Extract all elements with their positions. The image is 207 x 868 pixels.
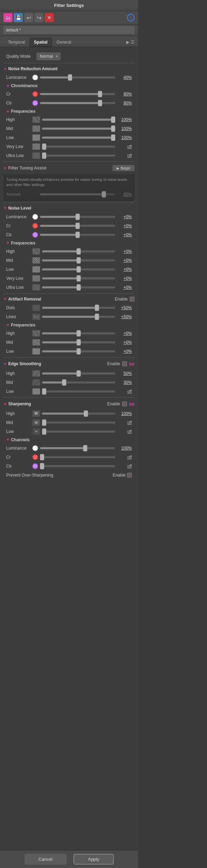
nr-luminance-row: Luminance 40% [0, 73, 138, 82]
begin-button[interactable]: ▶ Begin [112, 165, 135, 171]
art-freq-low-value[interactable]: +0% [117, 349, 132, 354]
close-button[interactable]: ✕ [45, 13, 54, 22]
edge-mid-slider[interactable] [42, 379, 115, 386]
nl-freq-high-value[interactable]: +0% [117, 249, 132, 254]
edge-low-value[interactable]: off [117, 389, 132, 394]
nr-cb-slider[interactable] [40, 100, 115, 106]
edge-low-slider[interactable] [42, 388, 115, 395]
nl-luminance-value[interactable]: +0% [117, 214, 132, 219]
artifact-freq-header[interactable]: ▼ Frequencies [0, 321, 138, 329]
nl-cr-value[interactable]: +0% [117, 223, 132, 228]
edge-enable-checkbox[interactable] [122, 361, 127, 366]
nl-freq-low-value[interactable]: +0% [117, 267, 132, 272]
nl-freq-low-slider[interactable] [42, 266, 115, 273]
nl-freq-ultralow-value[interactable]: +0% [117, 285, 132, 290]
art-freq-mid-value[interactable]: +0% [117, 340, 132, 345]
apply-button[interactable]: Apply [73, 854, 114, 865]
nr-cb-value[interactable]: 80% [117, 101, 132, 105]
tabs-menu[interactable]: ▶ ☰ [126, 40, 135, 45]
nr-freq-low-row: Low 100% [0, 133, 138, 142]
tab-temporal[interactable]: Temporal [3, 38, 29, 47]
sharpening-header[interactable]: ▼ Sharpening Enable ⋈ [0, 399, 138, 409]
edge-enable-area: Enable ⋈ [107, 361, 135, 367]
artifact-arrow-icon: ▼ [3, 297, 7, 301]
channels-cb-slider[interactable] [40, 463, 115, 469]
nl-freq-mid-value[interactable]: +0% [117, 258, 132, 263]
nr-freq-ultralow-value[interactable]: off [117, 153, 132, 158]
channels-luminance-value[interactable]: 100% [117, 446, 132, 451]
channels-cb-value[interactable]: off [117, 464, 132, 469]
save-button[interactable]: 💾 [14, 13, 23, 22]
artifact-dots-value[interactable]: +50% [117, 305, 132, 310]
sharpening-pink-icon: ⋈ [129, 401, 135, 407]
artifact-dots-slider[interactable] [42, 305, 115, 311]
nl-cb-value[interactable]: +0% [117, 232, 132, 237]
artifact-enable-checkbox[interactable] [130, 297, 135, 302]
nl-freq-header[interactable]: ▼ Frequencies [0, 239, 138, 247]
quality-mode-select[interactable]: Normal [37, 53, 60, 60]
filter-tuning-header[interactable]: ▼ Filter Tuning Assist ▶ Begin [0, 163, 138, 173]
nr-freq-ultralow-slider[interactable] [42, 153, 115, 159]
edge-smoothing-header[interactable]: ▼ Edge Smoothing Enable ⋈ [0, 359, 138, 369]
art-freq-high-value[interactable]: +0% [117, 331, 132, 336]
nr-luminance-slider[interactable] [40, 74, 115, 81]
artifact-lines-value[interactable]: +50% [117, 314, 132, 319]
nr-freq-low-slider[interactable] [42, 135, 115, 141]
nr-freq-verylow-slider[interactable] [42, 144, 115, 150]
sharp-high-slider[interactable] [42, 410, 115, 417]
artifact-removal-header[interactable]: ▼ Artifact Removal Enable [0, 295, 138, 303]
undo-button[interactable]: ↩ [24, 13, 33, 22]
sharp-low-value[interactable]: off [117, 429, 132, 434]
nr-freq-high-slider[interactable] [42, 117, 115, 123]
prevent-label: Prevent Over-Sharpening [6, 473, 61, 478]
nr-luminance-value[interactable]: 40% [117, 75, 132, 80]
preset-select[interactable]: default * [3, 26, 135, 34]
channels-cr-slider[interactable] [40, 454, 115, 460]
nl-freq-verylow-slider[interactable] [42, 275, 115, 281]
nr-cr-slider[interactable] [40, 91, 115, 97]
info-button[interactable]: i [127, 14, 135, 21]
nr-freq-low-value[interactable]: 100% [117, 135, 132, 140]
chrominance-arrow-icon: ▼ [6, 84, 10, 88]
nr-freq-mid-slider[interactable] [42, 126, 115, 132]
folder-button[interactable]: 🗂 [3, 13, 12, 22]
nl-cb-slider[interactable] [40, 232, 115, 238]
edge-mid-value[interactable]: 30% [117, 380, 132, 385]
nl-freq-ultralow-slider[interactable] [42, 284, 115, 290]
art-freq-mid-slider[interactable] [42, 339, 115, 345]
edge-high-label: High [6, 371, 30, 376]
edge-high-slider[interactable] [42, 370, 115, 377]
sharp-high-value[interactable]: 100% [117, 411, 132, 416]
sharp-mid-slider[interactable] [42, 419, 115, 426]
nl-freq-mid-slider[interactable] [42, 257, 115, 264]
noise-reduction-header[interactable]: ▼ Noise Reduction Amount [0, 65, 138, 73]
chrominance-header[interactable]: ▼ Chrominance [0, 82, 138, 90]
channels-header[interactable]: ▼ Channels [0, 436, 138, 444]
nr-freq-header[interactable]: ▼ Frequencies [0, 108, 138, 115]
divider-2 [3, 161, 135, 162]
art-freq-high-slider[interactable] [42, 330, 115, 336]
nr-freq-high-value[interactable]: 100% [117, 117, 132, 122]
sharp-low-slider[interactable] [42, 428, 115, 435]
tab-general[interactable]: General [52, 38, 76, 47]
artifact-lines-slider[interactable] [42, 314, 115, 320]
nl-freq-verylow-value[interactable]: +0% [117, 276, 132, 281]
sharpening-enable-checkbox[interactable] [122, 401, 127, 406]
edge-high-value[interactable]: 50% [117, 371, 132, 376]
art-freq-low-slider[interactable] [42, 348, 115, 354]
channels-cr-value[interactable]: off [117, 455, 132, 460]
nr-freq-mid-value[interactable]: 100% [117, 126, 132, 131]
nr-cr-value[interactable]: 80% [117, 92, 132, 96]
nr-freq-verylow-value[interactable]: off [117, 144, 132, 149]
sharp-mid-value[interactable]: off [117, 420, 132, 425]
channels-luminance-slider[interactable] [40, 445, 115, 451]
nl-freq-high-slider[interactable] [42, 248, 115, 255]
nl-cr-slider[interactable] [40, 223, 115, 229]
redo-button[interactable]: ↪ [34, 13, 43, 22]
nl-luminance-label: Luminance [6, 214, 30, 219]
nl-luminance-slider[interactable] [40, 214, 115, 220]
tab-spatial[interactable]: Spatial [29, 38, 52, 47]
prevent-enable-checkbox[interactable] [127, 473, 132, 478]
cancel-button[interactable]: Cancel [24, 854, 67, 865]
noise-level-header[interactable]: ▼ Noise Level [0, 204, 138, 212]
